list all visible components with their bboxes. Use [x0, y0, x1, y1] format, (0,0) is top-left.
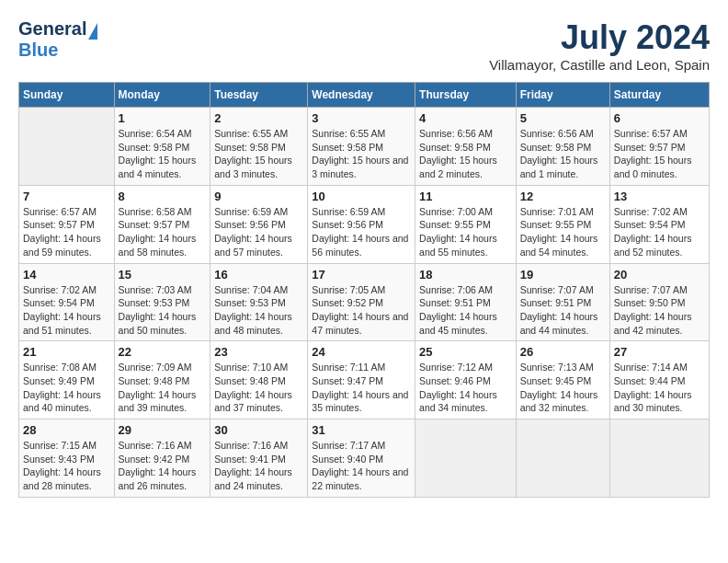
day-number: 18: [419, 268, 512, 282]
calendar-cell: 2Sunrise: 6:55 AMSunset: 9:58 PMDaylight…: [210, 108, 308, 186]
calendar-cell: 30Sunrise: 7:16 AMSunset: 9:41 PMDayligh…: [210, 419, 308, 498]
calendar-cell: 26Sunrise: 7:13 AMSunset: 9:45 PMDayligh…: [516, 341, 609, 419]
calendar-cell: [609, 419, 709, 498]
calendar-cell: 20Sunrise: 7:07 AMSunset: 9:50 PMDayligh…: [609, 263, 709, 341]
week-row-4: 28Sunrise: 7:15 AMSunset: 9:43 PMDayligh…: [19, 419, 710, 498]
day-info: Sunrise: 6:57 AMSunset: 9:57 PMDaylight:…: [23, 205, 110, 259]
week-row-3: 21Sunrise: 7:08 AMSunset: 9:49 PMDayligh…: [19, 341, 710, 419]
day-info: Sunrise: 7:14 AMSunset: 9:44 PMDaylight:…: [614, 361, 705, 415]
day-number: 5: [520, 111, 606, 125]
day-number: 14: [23, 268, 110, 282]
calendar-cell: 5Sunrise: 6:56 AMSunset: 9:58 PMDaylight…: [516, 108, 609, 186]
header-sunday: Sunday: [19, 83, 115, 108]
calendar-cell: 16Sunrise: 7:04 AMSunset: 9:53 PMDayligh…: [210, 263, 308, 341]
day-info: Sunrise: 7:09 AMSunset: 9:48 PMDaylight:…: [119, 361, 207, 415]
calendar-cell: [415, 419, 517, 498]
day-number: 16: [214, 268, 303, 282]
day-info: Sunrise: 7:06 AMSunset: 9:51 PMDaylight:…: [419, 283, 512, 338]
day-info: Sunrise: 7:16 AMSunset: 9:42 PMDaylight:…: [119, 439, 207, 493]
week-row-2: 14Sunrise: 7:02 AMSunset: 9:54 PMDayligh…: [19, 263, 710, 341]
day-number: 6: [614, 111, 705, 125]
day-info: Sunrise: 7:00 AMSunset: 9:55 PMDaylight:…: [419, 205, 512, 259]
calendar-cell: 12Sunrise: 7:01 AMSunset: 9:55 PMDayligh…: [516, 185, 609, 263]
logo-general: General: [18, 18, 86, 39]
day-info: Sunrise: 6:55 AMSunset: 9:58 PMDaylight:…: [214, 127, 303, 181]
month-year-title: July 2024: [489, 18, 710, 57]
calendar-cell: 25Sunrise: 7:12 AMSunset: 9:46 PMDayligh…: [415, 341, 517, 419]
logo: General Blue: [18, 18, 97, 61]
day-number: 1: [119, 111, 207, 125]
calendar-table: SundayMondayTuesdayWednesdayThursdayFrid…: [18, 82, 710, 498]
day-number: 13: [614, 190, 705, 203]
day-info: Sunrise: 7:07 AMSunset: 9:51 PMDaylight:…: [520, 283, 606, 338]
day-info: Sunrise: 7:12 AMSunset: 9:46 PMDaylight:…: [419, 361, 512, 415]
day-info: Sunrise: 6:59 AMSunset: 9:56 PMDaylight:…: [214, 205, 303, 259]
calendar-cell: 10Sunrise: 6:59 AMSunset: 9:56 PMDayligh…: [308, 185, 415, 263]
day-number: 4: [419, 111, 512, 125]
day-info: Sunrise: 6:55 AMSunset: 9:58 PMDaylight:…: [312, 127, 411, 181]
calendar-cell: [516, 419, 609, 498]
calendar-cell: 29Sunrise: 7:16 AMSunset: 9:42 PMDayligh…: [114, 419, 210, 498]
day-number: 31: [312, 423, 411, 437]
day-number: 21: [23, 345, 110, 359]
calendar-cell: 9Sunrise: 6:59 AMSunset: 9:56 PMDaylight…: [210, 185, 308, 263]
day-number: 12: [520, 190, 606, 203]
day-info: Sunrise: 7:07 AMSunset: 9:50 PMDaylight:…: [614, 283, 705, 338]
day-info: Sunrise: 6:56 AMSunset: 9:58 PMDaylight:…: [419, 127, 512, 181]
day-info: Sunrise: 6:54 AMSunset: 9:58 PMDaylight:…: [119, 127, 207, 181]
day-info: Sunrise: 7:04 AMSunset: 9:53 PMDaylight:…: [214, 283, 303, 338]
calendar-cell: 7Sunrise: 6:57 AMSunset: 9:57 PMDaylight…: [19, 185, 115, 263]
day-number: 26: [520, 345, 606, 359]
day-info: Sunrise: 6:59 AMSunset: 9:56 PMDaylight:…: [312, 205, 411, 259]
calendar-cell: 27Sunrise: 7:14 AMSunset: 9:44 PMDayligh…: [609, 341, 709, 419]
day-number: 2: [214, 111, 303, 125]
day-number: 20: [614, 268, 705, 282]
location-subtitle: Villamayor, Castille and Leon, Spain: [489, 57, 710, 73]
day-info: Sunrise: 7:16 AMSunset: 9:41 PMDaylight:…: [214, 439, 303, 493]
calendar-cell: 17Sunrise: 7:05 AMSunset: 9:52 PMDayligh…: [308, 263, 415, 341]
calendar-cell: 24Sunrise: 7:11 AMSunset: 9:47 PMDayligh…: [308, 341, 415, 419]
day-number: 17: [312, 268, 411, 282]
day-number: 19: [520, 268, 606, 282]
day-number: 9: [214, 190, 303, 203]
calendar-cell: 23Sunrise: 7:10 AMSunset: 9:48 PMDayligh…: [210, 341, 308, 419]
day-info: Sunrise: 7:05 AMSunset: 9:52 PMDaylight:…: [312, 283, 411, 338]
calendar-cell: 14Sunrise: 7:02 AMSunset: 9:54 PMDayligh…: [19, 263, 115, 341]
day-number: 22: [119, 345, 207, 359]
day-info: Sunrise: 7:02 AMSunset: 9:54 PMDaylight:…: [614, 205, 705, 259]
calendar-cell: 4Sunrise: 6:56 AMSunset: 9:58 PMDaylight…: [415, 108, 517, 186]
day-info: Sunrise: 7:11 AMSunset: 9:47 PMDaylight:…: [312, 361, 411, 415]
logo-icon: [88, 23, 97, 40]
header-monday: Monday: [114, 83, 210, 108]
day-info: Sunrise: 7:13 AMSunset: 9:45 PMDaylight:…: [520, 361, 606, 415]
header-friday: Friday: [516, 83, 609, 108]
day-info: Sunrise: 7:03 AMSunset: 9:53 PMDaylight:…: [119, 283, 207, 338]
day-info: Sunrise: 7:08 AMSunset: 9:49 PMDaylight:…: [23, 361, 110, 415]
day-number: 7: [23, 190, 110, 203]
day-number: 30: [214, 423, 303, 437]
day-info: Sunrise: 7:17 AMSunset: 9:40 PMDaylight:…: [312, 439, 411, 493]
day-number: 24: [312, 345, 411, 359]
header-wednesday: Wednesday: [308, 83, 415, 108]
calendar-cell: 8Sunrise: 6:58 AMSunset: 9:57 PMDaylight…: [114, 185, 210, 263]
calendar-cell: 15Sunrise: 7:03 AMSunset: 9:53 PMDayligh…: [114, 263, 210, 341]
day-number: 23: [214, 345, 303, 359]
header-saturday: Saturday: [609, 83, 709, 108]
calendar-cell: 22Sunrise: 7:09 AMSunset: 9:48 PMDayligh…: [114, 341, 210, 419]
logo-blue: Blue: [18, 40, 58, 60]
day-number: 28: [23, 423, 110, 437]
day-info: Sunrise: 6:56 AMSunset: 9:58 PMDaylight:…: [520, 127, 606, 181]
day-info: Sunrise: 7:01 AMSunset: 9:55 PMDaylight:…: [520, 205, 606, 259]
calendar-cell: 1Sunrise: 6:54 AMSunset: 9:58 PMDaylight…: [114, 108, 210, 186]
day-number: 29: [119, 423, 207, 437]
day-number: 8: [119, 190, 207, 203]
day-info: Sunrise: 6:57 AMSunset: 9:57 PMDaylight:…: [614, 127, 705, 181]
calendar-cell: 6Sunrise: 6:57 AMSunset: 9:57 PMDaylight…: [609, 108, 709, 186]
day-info: Sunrise: 7:02 AMSunset: 9:54 PMDaylight:…: [23, 283, 110, 338]
calendar-cell: 31Sunrise: 7:17 AMSunset: 9:40 PMDayligh…: [308, 419, 415, 498]
page-header: General Blue July 2024 Villamayor, Casti…: [18, 18, 710, 73]
calendar-cell: 19Sunrise: 7:07 AMSunset: 9:51 PMDayligh…: [516, 263, 609, 341]
week-row-1: 7Sunrise: 6:57 AMSunset: 9:57 PMDaylight…: [19, 185, 710, 263]
day-number: 25: [419, 345, 512, 359]
day-number: 11: [419, 190, 512, 203]
